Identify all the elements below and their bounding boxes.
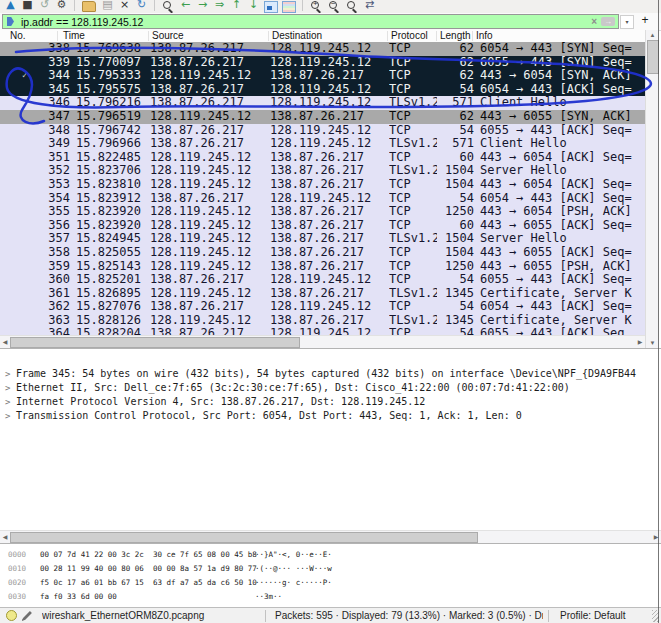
cell-src: 138.87.26.217 [150, 96, 268, 110]
next-packet-icon[interactable]: → [195, 0, 210, 13]
packet-list-hscrollbar[interactable]: ◀ ▶ [0, 335, 645, 349]
last-packet-icon[interactable]: ↓ [246, 0, 261, 13]
capture-comment-icon[interactable] [22, 610, 33, 621]
resize-columns-icon[interactable]: ⇄ [362, 0, 377, 13]
reload-icon[interactable]: ↻ [134, 0, 149, 13]
col-header-length[interactable]: Length [440, 30, 471, 42]
col-header-destination[interactable]: Destination [272, 30, 322, 42]
start-capture-icon[interactable]: ▲ [3, 0, 18, 13]
cell-len: 62 [424, 56, 474, 70]
col-header-no[interactable]: No. [10, 30, 26, 42]
hex-row-0000[interactable]: 000000 07 7d 41 22 00 3c 2c 30 ce 7f 65 … [0, 548, 661, 562]
col-header-info[interactable]: Info [476, 30, 493, 42]
restart-capture-icon[interactable]: ↺ [37, 0, 52, 13]
colorize-icon[interactable] [282, 1, 296, 13]
zoom-in-icon[interactable]: + [309, 0, 323, 12]
close-file-icon[interactable]: × [117, 0, 132, 13]
packet-row-347[interactable]: 34715.796519128.119.245.12138.87.26.217T… [0, 110, 645, 124]
hex-row-0030[interactable]: 0030fa f0 33 6d 00 00··3m·· [0, 590, 661, 604]
packet-row-359[interactable]: 35915.825143128.119.245.12138.87.26.217T… [0, 260, 645, 274]
first-packet-icon[interactable]: ↑ [229, 0, 244, 13]
packet-row-351[interactable]: 35115.822485128.119.245.12138.87.26.217T… [0, 151, 645, 165]
cell-info: 6055 → 443 [ACK] Seq= [480, 273, 644, 287]
cell-no: 359 [0, 260, 70, 274]
display-filter-input[interactable]: ip.addr == 128.119.245.12 × → [2, 14, 619, 29]
goto-packet-icon[interactable]: ⇒ [212, 0, 227, 13]
packet-row-349[interactable]: 34915.796966138.87.26.217128.119.245.12T… [0, 137, 645, 151]
expert-info-icon[interactable] [6, 610, 17, 621]
cell-time: 15.796966 [76, 137, 150, 151]
stop-capture-icon[interactable]: ■ [20, 0, 35, 13]
open-file-icon[interactable] [82, 1, 96, 12]
cell-no: 352 [0, 164, 70, 178]
hex-ascii: ··}A"·<, 0··e··E· [255, 548, 332, 562]
cell-src: 128.119.245.12 [150, 205, 268, 219]
packet-row-353[interactable]: 35315.823810128.119.245.12138.87.26.217T… [0, 178, 645, 192]
cell-no: 338 [0, 42, 70, 56]
cell-no: 355 [0, 205, 70, 219]
hscrollbar-thumb[interactable] [10, 337, 300, 348]
profile-label[interactable]: Profile: Default [554, 610, 652, 621]
cell-src: 128.119.245.12 [150, 314, 268, 328]
detail-line-0[interactable]: >Frame 345: 54 bytes on wire (432 bits),… [0, 367, 661, 381]
cell-dst: 138.87.26.217 [270, 151, 387, 165]
packet-row-339[interactable]: 33915.770097138.87.26.217128.119.245.12T… [0, 56, 645, 70]
zoom-out-icon[interactable]: − [327, 0, 341, 12]
filter-query-text[interactable]: ip.addr == 128.119.245.12 [21, 16, 143, 28]
zoom-reset-icon[interactable] [345, 0, 359, 12]
hex-offset: 0000 [8, 548, 26, 562]
packet-row-354[interactable]: 35415.823912138.87.26.217128.119.245.12T… [0, 192, 645, 206]
detail-line-2[interactable]: >Internet Protocol Version 4, Src: 138.8… [0, 395, 661, 409]
cell-dst: 128.119.245.12 [270, 273, 387, 287]
packet-row-338[interactable]: 33815.769638138.87.26.217128.119.245.12T… [0, 42, 645, 56]
detail-line-3[interactable]: >Transmission Control Protocol, Src Port… [0, 409, 661, 423]
cell-dst: 138.87.26.217 [270, 260, 387, 274]
hex-row-0010[interactable]: 001000 28 11 99 40 00 80 06 00 00 8a 57 … [0, 562, 661, 576]
expander-icon[interactable]: > [5, 409, 10, 423]
expander-icon[interactable]: > [5, 395, 10, 409]
col-header-source[interactable]: Source [152, 30, 184, 42]
packet-row-352[interactable]: 35215.823706128.119.245.12138.87.26.217T… [0, 164, 645, 178]
details-hscrollbar[interactable]: ◀ ▶ [0, 530, 661, 544]
filter-apply-icon[interactable]: → [601, 17, 615, 26]
filter-bookmark-icon[interactable] [7, 17, 14, 26]
autoscroll-icon[interactable] [264, 1, 278, 13]
packet-row-355[interactable]: 35515.823920128.119.245.12138.87.26.217T… [0, 205, 645, 219]
packet-row-361[interactable]: 36115.826895128.119.245.12138.87.26.217T… [0, 287, 645, 301]
expander-icon[interactable]: > [5, 367, 10, 381]
find-packet-icon[interactable] [161, 0, 175, 12]
hscrollbar-thumb[interactable] [10, 532, 478, 543]
hex-bytes: fa f0 33 6d 00 00 [40, 590, 117, 604]
packet-row-345[interactable]: 34515.795575138.87.26.217128.119.245.12T… [0, 83, 645, 97]
cell-dst: 128.119.245.12 [270, 327, 387, 335]
packet-row-346[interactable]: 34615.796216138.87.26.217128.119.245.12T… [0, 96, 645, 110]
cell-src: 128.119.245.12 [150, 110, 268, 124]
packet-row-348[interactable]: 34815.796742138.87.26.217128.119.245.12T… [0, 124, 645, 138]
window-edge [658, 0, 660, 623]
toolbar-separator [74, 0, 75, 11]
packet-row-362[interactable]: 36215.827076138.87.26.217128.119.245.12T… [0, 300, 645, 314]
packet-row-360[interactable]: 36015.825201138.87.26.217128.119.245.12T… [0, 273, 645, 287]
cell-info: Certificate, Server K [480, 314, 644, 328]
hex-row-0020[interactable]: 0020f5 0c 17 a6 01 bb 67 15 63 df a7 a5 … [0, 576, 661, 590]
cell-len: 54 [424, 124, 474, 138]
packet-row-357[interactable]: 35715.824945128.119.245.12138.87.26.217T… [0, 232, 645, 246]
packet-row-363[interactable]: 36315.828126128.119.245.12138.87.26.217T… [0, 314, 645, 328]
cell-info: 6055 → 443 [SYN] Seq= [480, 56, 644, 70]
filter-dropdown-icon[interactable]: ▾ [620, 15, 634, 29]
save-file-icon[interactable]: ▤ [100, 0, 115, 13]
filter-add-button[interactable]: + [638, 13, 652, 28]
cell-no: 348 [0, 124, 70, 138]
col-header-time[interactable]: Time [63, 30, 85, 42]
cell-dst: 128.119.245.12 [270, 83, 387, 97]
col-header-protocol[interactable]: Protocol [391, 30, 428, 42]
packet-row-358[interactable]: 35815.825055128.119.245.12138.87.26.217T… [0, 246, 645, 260]
detail-line-1[interactable]: >Ethernet II, Src: Dell_ce:7f:65 (3c:2c:… [0, 381, 661, 395]
previous-packet-icon[interactable]: ← [178, 0, 193, 13]
expander-icon[interactable]: > [5, 381, 10, 395]
filter-clear-icon[interactable]: × [587, 15, 601, 28]
packet-row-356[interactable]: 35615.823920128.119.245.12138.87.26.217T… [0, 219, 645, 233]
packet-row-364[interactable]: 36415.828204138.87.26.217128.119.245.12T… [0, 327, 645, 335]
capture-options-icon[interactable]: ⚙ [54, 0, 69, 13]
packet-row-344[interactable]: 34415.795333128.119.245.12138.87.26.217T… [0, 69, 645, 83]
